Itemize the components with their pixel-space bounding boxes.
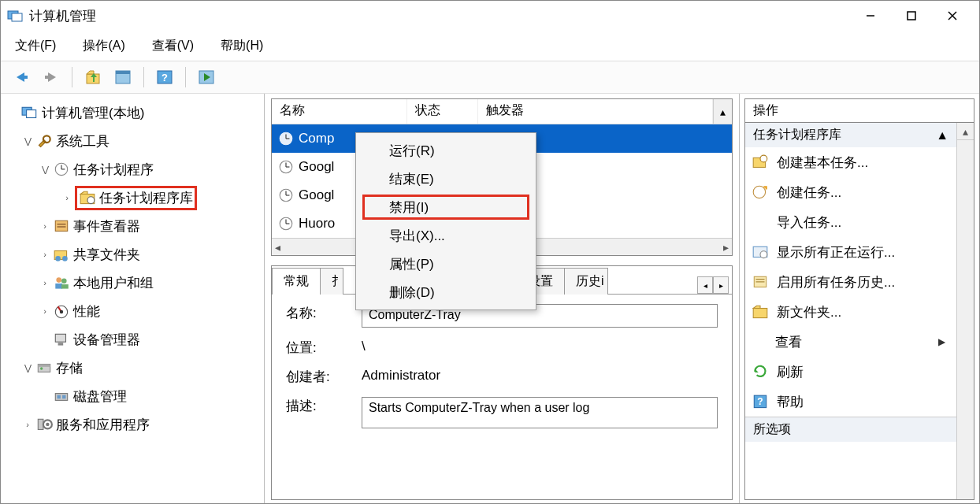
tab-history[interactable]: 历史i: [564, 268, 608, 295]
expander-icon[interactable]: ⋁: [39, 165, 51, 175]
cm-run[interactable]: 运行(R): [358, 136, 534, 165]
svg-rect-7: [45, 76, 50, 79]
svg-rect-34: [55, 334, 65, 342]
expander-icon[interactable]: ›: [39, 278, 51, 287]
vertical-scrollbar[interactable]: ▴: [956, 123, 974, 499]
action-import[interactable]: 导入任务...: [745, 207, 956, 237]
performance-icon: [53, 303, 70, 319]
tab-general[interactable]: 常规: [272, 268, 321, 295]
cm-delete[interactable]: 删除(D): [358, 278, 534, 306]
column-name[interactable]: 名称: [272, 99, 407, 124]
properties-button[interactable]: [110, 65, 135, 90]
expander-icon[interactable]: ›: [39, 221, 51, 231]
tree-shared-folders[interactable]: › 共享文件夹: [4, 240, 261, 269]
disk-icon: [53, 388, 70, 404]
tree-label: 系统工具: [56, 132, 110, 150]
svg-rect-31: [61, 284, 69, 288]
svg-rect-3: [908, 12, 915, 20]
help-button[interactable]: ?: [152, 65, 177, 90]
tab-prev-button[interactable]: ◂: [697, 276, 713, 294]
action-label: 帮助: [777, 393, 804, 411]
scroll-up-icon[interactable]: ▴: [957, 123, 974, 140]
column-status[interactable]: 状态: [407, 99, 478, 124]
content: 计算机管理(本地) ⋁ 系统工具 ⋁ 任务计划程序 › 任务计划程序库 › 事件…: [1, 94, 979, 504]
tree-performance[interactable]: › 性能: [4, 297, 261, 325]
close-button[interactable]: [932, 3, 973, 28]
action-refresh[interactable]: 刷新: [745, 357, 956, 387]
forward-button[interactable]: [39, 65, 64, 90]
cm-export[interactable]: 导出(X)...: [358, 221, 534, 250]
svg-rect-38: [38, 365, 50, 367]
action-label: 显示所有正在运行...: [777, 243, 895, 261]
svg-rect-1: [12, 13, 22, 21]
tree-device-manager[interactable]: 设备管理器: [4, 325, 261, 354]
tab-next-button[interactable]: ▸: [713, 276, 729, 294]
clock-icon: [278, 216, 294, 232]
toolbar: ?: [1, 61, 979, 94]
column-trigger[interactable]: 触发器: [478, 99, 713, 124]
action-create-basic[interactable]: 创建基本任务...: [745, 147, 956, 177]
action-label: 创建基本任务...: [777, 154, 868, 172]
window-title: 计算机管理: [29, 7, 850, 25]
expander-icon[interactable]: ⋁: [21, 136, 34, 146]
tree-pane: 计算机管理(本地) ⋁ 系统工具 ⋁ 任务计划程序 › 任务计划程序库 › 事件…: [1, 94, 265, 504]
scroll-up-button[interactable]: ▴: [713, 99, 732, 124]
expander-icon[interactable]: ⋁: [21, 363, 34, 373]
scroll-left-icon[interactable]: ◂: [275, 241, 280, 254]
scroll-right-icon[interactable]: ▸: [723, 241, 729, 254]
action-view[interactable]: 查看 ▶: [745, 327, 956, 357]
expander-icon[interactable]: ›: [39, 306, 51, 316]
detail-body: 名称: ComputerZ-Tray 位置: \ 创建者: Administra…: [272, 295, 732, 449]
menu-file[interactable]: 文件(F): [10, 35, 61, 57]
cm-disable[interactable]: 禁用(I): [358, 193, 534, 221]
back-button[interactable]: [9, 65, 34, 90]
shared-folder-icon: [53, 246, 70, 262]
action-show-running[interactable]: 显示所有正在运行...: [745, 237, 956, 267]
tab-trigger[interactable]: 扌: [320, 268, 343, 295]
up-button[interactable]: [80, 65, 106, 90]
tree-label: 任务计划程序: [73, 161, 154, 179]
svg-point-28: [56, 277, 61, 283]
context-menu: 运行(R) 结束(E) 禁用(I) 导出(X)... 属性(P) 删除(D): [355, 132, 536, 310]
menu-action[interactable]: 操作(A): [78, 35, 129, 57]
tree-services-apps[interactable]: › 服务和应用程序: [4, 410, 261, 439]
action-help[interactable]: ? 帮助: [745, 387, 956, 417]
toolbar-separator-3: [185, 67, 186, 87]
menu-view[interactable]: 查看(V): [147, 35, 199, 57]
action-enable-history[interactable]: 启用所有任务历史...: [745, 267, 956, 297]
menu-help[interactable]: 帮助(H): [216, 35, 268, 57]
expander-icon[interactable]: ›: [21, 420, 34, 429]
tree-task-scheduler[interactable]: ⋁ 任务计划程序: [4, 155, 261, 183]
action-new-folder[interactable]: 新文件夹...: [745, 297, 956, 327]
cm-properties[interactable]: 属性(P): [358, 250, 534, 278]
actions-section-header[interactable]: 任务计划程序库 ▲: [745, 123, 956, 147]
action-create-task[interactable]: 创建任务...: [745, 177, 956, 207]
tree-task-scheduler-library[interactable]: › 任务计划程序库: [4, 183, 261, 212]
expander-icon[interactable]: ›: [39, 250, 51, 259]
minimize-button[interactable]: [850, 3, 891, 28]
tree-storage[interactable]: ⋁ 存储: [4, 354, 261, 382]
chevron-right-icon: ▶: [938, 336, 945, 347]
cm-end[interactable]: 结束(E): [358, 165, 534, 193]
tree-disk-management[interactable]: 磁盘管理: [4, 382, 261, 410]
svg-rect-65: [753, 309, 767, 318]
maximize-button[interactable]: [891, 3, 932, 28]
tree-local-users[interactable]: › 本地用户和组: [4, 269, 261, 297]
collapse-icon[interactable]: ▲: [936, 128, 948, 143]
value-creator: Administrator: [362, 368, 440, 384]
import-icon: [752, 214, 769, 230]
svg-point-33: [60, 310, 63, 313]
svg-point-26: [55, 256, 61, 261]
svg-point-59: [753, 186, 765, 198]
svg-rect-22: [55, 220, 67, 231]
toolbar-separator-2: [143, 67, 144, 87]
tree-root[interactable]: 计算机管理(本地): [4, 98, 261, 127]
expander-icon[interactable]: ›: [61, 193, 73, 202]
tree-event-viewer[interactable]: › 事件查看器: [4, 212, 261, 240]
window-buttons: [850, 3, 973, 28]
run-button[interactable]: [194, 65, 219, 90]
svg-point-21: [87, 197, 95, 204]
svg-point-37: [40, 367, 43, 369]
field-description[interactable]: Starts ComputerZ-Tray when a user log: [362, 397, 718, 428]
tree-system-tools[interactable]: ⋁ 系统工具: [4, 127, 261, 155]
